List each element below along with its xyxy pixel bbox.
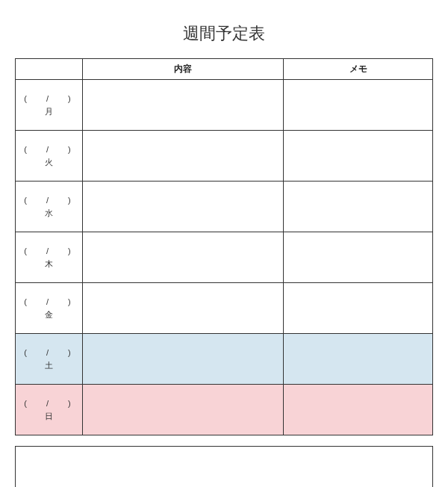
day-cell: ( / )土 (16, 334, 83, 385)
page-title: 週間予定表 (15, 22, 433, 45)
header-day (16, 59, 83, 80)
table-row: ( / )木 (16, 232, 433, 283)
table-row: ( / )火 (16, 131, 433, 182)
table-row: ( / )金 (16, 283, 433, 334)
weekday-label: 日 (16, 411, 82, 422)
table-row: ( / )土 (16, 334, 433, 385)
header-memo: メモ (284, 59, 433, 80)
day-cell: ( / )金 (16, 283, 83, 334)
content-cell (82, 182, 283, 232)
date-placeholder: ( / ) (16, 246, 82, 257)
date-placeholder: ( / ) (16, 398, 82, 409)
date-placeholder: ( / ) (16, 93, 82, 105)
memo-cell (284, 80, 433, 131)
content-cell (82, 232, 283, 283)
header-row: 内容 メモ (16, 59, 433, 80)
day-cell: ( / )月 (16, 80, 83, 131)
table-row: ( / )水 (16, 182, 433, 232)
weekday-label: 火 (16, 157, 82, 168)
day-cell: ( / )水 (16, 182, 83, 232)
date-placeholder: ( / ) (16, 195, 82, 206)
date-placeholder: ( / ) (16, 347, 82, 359)
date-placeholder: ( / ) (16, 297, 82, 308)
day-cell: ( / )日 (16, 385, 83, 435)
notes-box (15, 446, 433, 487)
memo-cell (284, 283, 433, 334)
date-placeholder: ( / ) (16, 144, 82, 155)
content-cell (82, 131, 283, 182)
memo-cell (284, 182, 433, 232)
weekday-label: 水 (16, 208, 82, 219)
weekly-schedule-table: 内容 メモ ( / )月( / )火( / )水( / )木( / )金( / … (15, 58, 433, 435)
table-row: ( / )月 (16, 80, 433, 131)
day-cell: ( / )木 (16, 232, 83, 283)
weekday-label: 月 (16, 106, 82, 117)
content-cell (82, 80, 283, 131)
memo-cell (284, 131, 433, 182)
weekday-label: 土 (16, 360, 82, 371)
content-cell (82, 283, 283, 334)
memo-cell (284, 334, 433, 385)
weekday-label: 木 (16, 258, 82, 270)
weekday-label: 金 (16, 309, 82, 320)
day-cell: ( / )火 (16, 131, 83, 182)
table-row: ( / )日 (16, 385, 433, 435)
memo-cell (284, 385, 433, 435)
header-content: 内容 (82, 59, 283, 80)
content-cell (82, 334, 283, 385)
content-cell (82, 385, 283, 435)
memo-cell (284, 232, 433, 283)
